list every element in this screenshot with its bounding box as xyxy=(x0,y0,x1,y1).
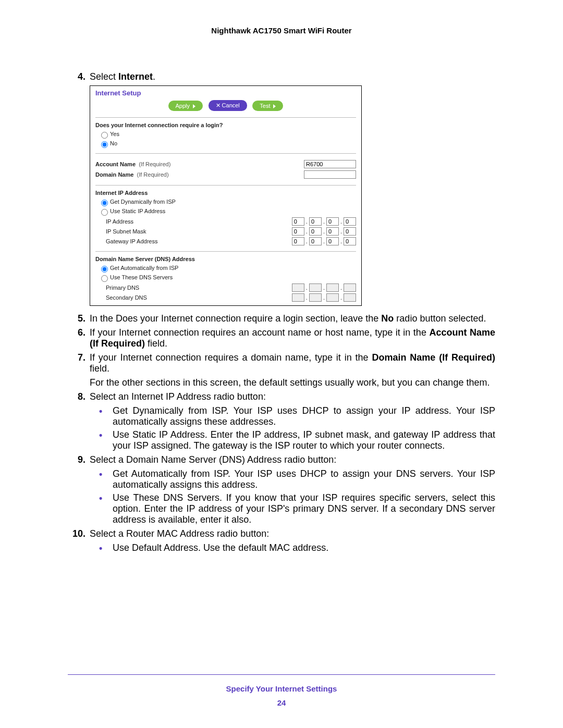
doc-header: Nighthawk AC1750 Smart WiFi Router xyxy=(68,26,495,35)
text-bold: Get Automatically from ISP xyxy=(113,468,228,479)
step-10: 10. Select a Router MAC Address radio bu… xyxy=(68,528,495,539)
radio-input[interactable] xyxy=(101,132,108,139)
section-title: Does your Internet connection require a … xyxy=(95,122,356,128)
radio-dns-use[interactable]: Use These DNS Servers xyxy=(99,274,356,282)
dot: . xyxy=(323,238,325,244)
bullet: • Use These DNS Servers. If you know tha… xyxy=(99,492,495,525)
dns-octet[interactable] xyxy=(309,283,322,292)
dot: . xyxy=(306,218,308,225)
step-num: 7. xyxy=(68,352,90,374)
footer-page: 24 xyxy=(68,698,495,707)
ip-mask-label: IP Subnet Mask xyxy=(106,228,292,235)
ip-octet[interactable] xyxy=(344,237,356,245)
bullet-icon: • xyxy=(99,542,113,554)
bullet: • Get Dynamically from ISP. Your ISP use… xyxy=(99,405,495,427)
account-name-input[interactable] xyxy=(304,160,356,168)
ip-octet[interactable] xyxy=(292,237,304,245)
ip-octet[interactable] xyxy=(309,227,322,236)
cancel-button[interactable]: ✕ Cancel xyxy=(209,100,247,111)
text-bold: Internet xyxy=(118,71,153,82)
bullet-icon: • xyxy=(99,492,113,525)
dot: . xyxy=(306,228,308,235)
text: Domain Name xyxy=(95,171,133,178)
primary-dns-label: Primary DNS xyxy=(106,285,292,291)
step-4: 4. Select Internet. xyxy=(68,71,495,82)
radio-dns-auto[interactable]: Get Automatically from ISP xyxy=(99,264,356,273)
radio-label: Yes xyxy=(110,131,119,137)
dns-octet[interactable] xyxy=(326,293,339,302)
bullet-icon: • xyxy=(99,405,113,427)
radio-label: Get Automatically from ISP xyxy=(110,265,178,271)
ip-address-label: IP Address xyxy=(106,218,292,225)
dns-octet[interactable] xyxy=(292,283,304,292)
dns-octet[interactable] xyxy=(309,293,322,302)
section-title: Domain Name Server (DNS) Address xyxy=(95,256,356,262)
text: . xyxy=(153,71,155,82)
ip-octet[interactable] xyxy=(326,227,339,236)
bullet: • Use Static IP Address. Enter the IP ad… xyxy=(99,429,495,451)
text: If your Internet connection requires an … xyxy=(90,327,429,338)
radio-input[interactable] xyxy=(101,266,108,273)
secondary-dns-label: Secondary DNS xyxy=(106,294,292,301)
radio-input[interactable] xyxy=(101,209,108,216)
footer-title: Specify Your Internet Settings xyxy=(68,684,495,693)
radio-input[interactable] xyxy=(101,200,108,206)
button-row: Apply ✕ Cancel Test xyxy=(90,98,361,115)
bullet: • Use Default Address. Use the default M… xyxy=(99,542,495,554)
step-5: 5. In the Does your Internet connection … xyxy=(68,313,495,324)
dns-octet[interactable] xyxy=(292,293,304,302)
step-body: Select an Internet IP Address radio butt… xyxy=(90,391,495,402)
step-num: 4. xyxy=(68,71,90,82)
panel-title: Internet Setup xyxy=(90,86,361,98)
dns-octet[interactable] xyxy=(326,283,339,292)
gateway-label: Gateway IP Address xyxy=(106,238,292,244)
radio-yes[interactable]: Yes xyxy=(99,130,356,139)
ip-octet[interactable] xyxy=(344,217,356,226)
test-button[interactable]: Test xyxy=(252,101,283,111)
text-bold: Use These DNS Servers xyxy=(113,492,219,503)
bullet-body: Get Automatically from ISP. Your ISP use… xyxy=(113,468,495,490)
dot: . xyxy=(323,228,325,235)
radio-input[interactable] xyxy=(101,275,108,282)
ip-octet[interactable] xyxy=(326,237,339,245)
ip-octet[interactable] xyxy=(292,217,304,226)
ip-section: Internet IP Address Get Dynamically from… xyxy=(90,188,361,249)
ip-octet[interactable] xyxy=(309,217,322,226)
text: If your Internet connection requires a d… xyxy=(90,352,372,363)
text: field. xyxy=(90,363,109,374)
ip-octet[interactable] xyxy=(344,227,356,236)
radio-input[interactable] xyxy=(101,141,108,148)
radio-ip-static[interactable]: Use Static IP Address xyxy=(99,207,356,216)
bullet-icon: • xyxy=(99,429,113,451)
dns-section: Domain Name Server (DNS) Address Get Aut… xyxy=(90,254,361,305)
step-6: 6. If your Internet connection requires … xyxy=(68,327,495,349)
bullet-body: Get Dynamically from ISP. Your ISP uses … xyxy=(113,405,495,427)
text-bold: Get Dynamically from ISP xyxy=(113,405,226,416)
account-section: Account Name (If Required) Domain Name (… xyxy=(90,156,361,183)
step-9: 9. Select a Domain Name Server (DNS) Add… xyxy=(68,454,495,465)
radio-no[interactable]: No xyxy=(99,140,356,148)
bullet-icon: • xyxy=(99,468,113,490)
text: . Use the default MAC address. xyxy=(198,542,328,553)
dns-octet[interactable] xyxy=(344,283,356,292)
dot: . xyxy=(340,285,342,291)
ip-octet[interactable] xyxy=(326,217,339,226)
bullet-body: Use Default Address. Use the default MAC… xyxy=(113,542,495,554)
dot: . xyxy=(340,228,342,235)
dot: . xyxy=(306,294,308,301)
ip-octet[interactable] xyxy=(292,227,304,236)
dns-octet[interactable] xyxy=(344,293,356,302)
ip-octet[interactable] xyxy=(309,237,322,245)
step-body: Select Internet. xyxy=(90,71,495,82)
text-bold: Use Static IP Address xyxy=(113,429,205,440)
dot: . xyxy=(340,218,342,225)
step-num: 6. xyxy=(68,327,90,349)
radio-ip-dynamic[interactable]: Get Dynamically from ISP xyxy=(99,198,356,206)
step-body: If your Internet connection requires an … xyxy=(90,327,495,349)
text: Account Name xyxy=(95,161,136,167)
apply-button[interactable]: Apply xyxy=(168,101,203,111)
step-7: 7. If your Internet connection requires … xyxy=(68,352,495,374)
domain-name-input[interactable] xyxy=(304,170,356,179)
dot: . xyxy=(306,285,308,291)
radio-label: Use These DNS Servers xyxy=(110,274,173,280)
